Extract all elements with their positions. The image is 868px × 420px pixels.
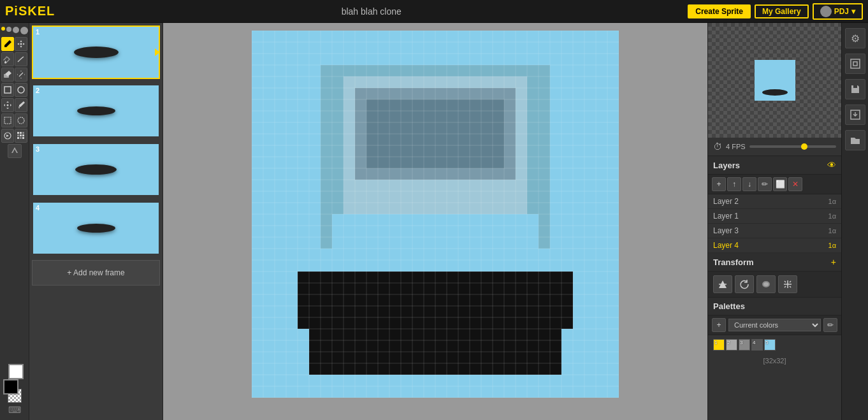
export-button[interactable]: [845, 105, 865, 125]
palette-color-1[interactable]: 1: [713, 339, 725, 351]
frame-item-1[interactable]: 1: [32, 25, 160, 79]
tool-row-6: [1, 113, 27, 127]
frame-mustache-4: [77, 224, 115, 233]
frame-mustache-2: [77, 106, 115, 115]
frame-number-4: 4: [36, 204, 40, 212]
layer-item-3[interactable]: Layer 3 1α: [708, 224, 841, 238]
fps-slider[interactable]: [749, 145, 836, 148]
frame-item-3[interactable]: 3: [32, 143, 160, 196]
svg-rect-13: [22, 134, 24, 136]
move-tool[interactable]: [15, 37, 27, 51]
rect-select-tool[interactable]: [1, 113, 14, 127]
settings-button[interactable]: ⚙: [845, 28, 865, 48]
frame-number-1: 1: [36, 28, 40, 36]
size-small[interactable]: [1, 27, 5, 31]
background-color-swatch[interactable]: [8, 364, 24, 379]
edit-layer-button[interactable]: ✏: [758, 177, 772, 191]
add-layer-button[interactable]: +: [712, 177, 726, 191]
lighten-tool[interactable]: [15, 68, 27, 82]
resize-button[interactable]: [778, 275, 797, 293]
layer-opacity-1: 1α: [828, 212, 836, 220]
svg-rect-15: [20, 137, 22, 139]
add-frame-button[interactable]: + Add new frame: [32, 260, 160, 286]
frame-thumb-3: [33, 144, 159, 195]
user-avatar: [820, 6, 832, 17]
svg-rect-5: [4, 117, 11, 124]
resize-canvas-button[interactable]: [845, 54, 865, 74]
palettes-section: Palettes + Current colors ✏ 1 2 3: [708, 298, 841, 367]
stroke-tool[interactable]: [15, 52, 27, 66]
svg-point-20: [763, 282, 769, 286]
svg-rect-16: [22, 137, 24, 139]
size-large[interactable]: [13, 27, 19, 33]
tool-row-5: [1, 98, 27, 112]
svg-rect-9: [20, 132, 22, 134]
user-menu-button[interactable]: PDJ ▾: [813, 3, 863, 20]
color-swatches: [3, 364, 26, 387]
palette-color-4[interactable]: 4: [751, 339, 763, 351]
color-section: ⌨: [3, 364, 26, 417]
eraser-tool[interactable]: [1, 68, 14, 82]
palette-color-3[interactable]: 3: [739, 339, 750, 351]
layers-visibility-icon[interactable]: 👁: [827, 160, 836, 170]
palette-toolbar: + Current colors ✏: [708, 315, 841, 335]
flip-vertical-button[interactable]: [713, 275, 732, 293]
palette-color-5[interactable]: 5: [764, 339, 776, 351]
ellipse-tool[interactable]: [15, 83, 27, 97]
layer-item-4[interactable]: Layer 4 1α: [708, 238, 841, 253]
fps-thumb[interactable]: [801, 143, 807, 150]
create-sprite-button[interactable]: Create Sprite: [688, 4, 751, 18]
pixel-canvas[interactable]: [252, 31, 619, 398]
tool-row-7: [1, 129, 27, 143]
layer-name-1: Layer 1: [713, 212, 739, 221]
topbar: PiSKEL blah blah clone Create Sprite My …: [0, 0, 868, 23]
lasso-tool[interactable]: [15, 113, 27, 127]
color-picker-tool[interactable]: [8, 144, 22, 158]
left-toolbar: ⌨: [0, 23, 29, 420]
frame-number-3: 3: [36, 145, 40, 153]
size-xlarge[interactable]: [20, 27, 28, 34]
merge-layer-button[interactable]: ⬜: [773, 177, 787, 191]
transform-section: Transform +: [708, 253, 841, 298]
layer-name-2: Layer 2: [713, 197, 739, 206]
add-palette-button[interactable]: +: [712, 318, 726, 332]
frame-item-2[interactable]: 2: [32, 84, 160, 138]
size-medium[interactable]: [6, 27, 11, 32]
fill-tool[interactable]: [1, 52, 14, 66]
foreground-color-swatch[interactable]: [3, 379, 18, 395]
canvas-size-label: [32x32]: [708, 354, 841, 367]
layer-item-2[interactable]: Layer 2 1α: [708, 194, 841, 209]
canvas-area: [163, 23, 707, 420]
eyedropper-tool[interactable]: [15, 98, 27, 112]
tool-row-4: [1, 83, 27, 97]
transform-add-icon[interactable]: +: [831, 257, 836, 267]
svg-point-6: [18, 117, 24, 124]
frame-item-4[interactable]: 4: [32, 201, 160, 255]
move-layer-down-button[interactable]: ↓: [742, 177, 756, 191]
brush-size-row: [1, 25, 28, 36]
layer-item-1[interactable]: Layer 1 1α: [708, 209, 841, 224]
layer-opacity-3: 1α: [828, 227, 836, 235]
rotate-button[interactable]: [735, 275, 754, 293]
flip-horizontal-button[interactable]: [756, 275, 776, 293]
keyboard-icon[interactable]: ⌨: [8, 405, 21, 415]
animation-tool[interactable]: [1, 129, 14, 143]
folder-button[interactable]: [845, 130, 865, 150]
my-gallery-button[interactable]: My Gallery: [755, 4, 809, 18]
palette-color-2[interactable]: 2: [726, 339, 737, 351]
save-button[interactable]: [845, 79, 865, 99]
edit-palette-button[interactable]: ✏: [823, 318, 837, 332]
preview-mustache: [762, 89, 788, 96]
layers-section-header: Layers 👁: [708, 156, 841, 175]
svg-rect-14: [17, 137, 19, 139]
move-layer-up-button[interactable]: ↑: [727, 177, 741, 191]
layer-name-4: Layer 4: [713, 241, 739, 250]
pencil-tool[interactable]: [1, 37, 14, 51]
layer-opacity-4: 1α: [828, 242, 836, 249]
delete-layer-button[interactable]: ✕: [788, 177, 802, 191]
pattern-tool[interactable]: [15, 129, 27, 143]
rectangle-tool[interactable]: [1, 83, 14, 97]
frame-thumb-2: [33, 85, 159, 136]
palette-select[interactable]: Current colors: [728, 319, 821, 331]
pan-tool[interactable]: [1, 98, 14, 112]
